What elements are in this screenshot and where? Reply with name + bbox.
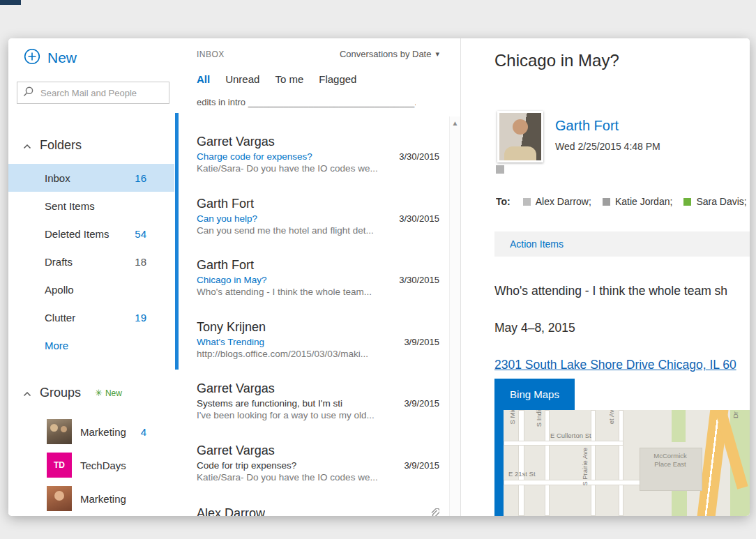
filter-all[interactable]: All [197,73,210,85]
folder-item-clutter[interactable]: Clutter 19 [8,303,174,331]
map-label: E Cullerton St [550,432,591,439]
folders-header-label: Folders [40,138,82,153]
message-subject: Can you help? [197,213,392,224]
map-street [591,410,596,516]
map-label: S Michig [508,410,516,424]
map-street [619,410,623,516]
message-item[interactable]: Tony Krijnen What's Trending 3/9/2015 ht… [174,318,449,380]
message-preview: Can you send me the hotel and flight det… [197,225,439,236]
map-street [518,410,524,516]
message-item[interactable]: Garth Fort Chicago in May? 3/30/2015 Who… [174,256,449,318]
message-date: 3/30/2015 [399,275,439,285]
email-body-line: May 4–8, 2015 [494,321,575,335]
message-preview: Who's attending - I think the whole team… [197,287,439,297]
folders-section-header: Folders [23,138,82,153]
search-box[interactable] [17,82,169,104]
message-subject: Code for trip expenses? [197,460,397,471]
plus-circle-icon [24,48,40,68]
message-item[interactable]: Garret Vargas Charge code for expenses? … [174,132,449,195]
bing-maps-tab[interactable]: Bing Maps [494,379,575,410]
message-date: 3/30/2015 [399,213,439,224]
recipient[interactable]: Sara Davis; [683,196,746,207]
map-tab-row: Bing Maps [494,379,750,410]
filter-to-me[interactable]: To me [275,73,303,85]
sort-dropdown[interactable]: Conversations by Date ▾ [340,49,439,59]
group-item-marketing-2[interactable]: Marketing [8,482,174,515]
map-label: McCormick Place East [645,452,695,469]
map-canvas[interactable]: S Michig S Indi E Cullerton St et Ave S … [494,410,750,516]
group-label: Marketing [80,426,126,438]
item-count: 18 [135,256,146,268]
folder-item-drafts[interactable]: Drafts 18 [8,248,174,275]
folder-item-apollo[interactable]: Apollo [8,275,174,303]
map-label: Dr [732,411,739,418]
message-date: 3/9/2015 [404,337,439,347]
filter-unread[interactable]: Unread [225,73,259,85]
chevron-down-icon: ▾ [435,50,439,59]
filter-tabs: All Unread To me Flagged [197,73,356,85]
folder-item-sent-items[interactable]: Sent Items [8,192,174,220]
message-preview: http://blogs.office.com/2015/03/03/maki.… [197,349,439,359]
search-input[interactable] [39,87,165,99]
map-park-area [672,487,687,516]
search-icon [23,86,34,100]
map-park-area [672,410,686,442]
message-subject: Systems are functioning, but I'm sti [197,398,397,409]
message-list: Garret Vargas Charge code for expenses? … [174,132,449,516]
folder-label: Sent Items [45,200,95,212]
groups-header-label: Groups [40,386,81,400]
folders-more-link[interactable]: More [8,331,174,359]
folder-list: Inbox 16 Sent Items Deleted Items 54 Dra… [8,164,174,359]
sort-label: Conversations by Date [340,49,432,59]
message-date: 3/9/2015 [404,460,439,471]
chevron-up-icon[interactable] [23,386,31,400]
message-sender: Tony Krijnen [197,318,439,335]
folder-label: Deleted Items [45,228,109,240]
message-list-pane: INBOX Conversations by Date ▾ All Unread… [174,38,460,516]
message-preview: I've been looking for a way to use my ol… [197,410,439,420]
folder-item-inbox[interactable]: Inbox 16 [8,164,174,192]
folder-item-deleted-items[interactable]: Deleted Items 54 [8,220,174,248]
list-scrollbar[interactable]: ▲ [449,116,460,516]
recipients-row: To: Alex Darrow; Katie Jordan; Sara Davi… [496,196,750,207]
map-label: et Ave [607,410,615,424]
chevron-up-icon[interactable] [23,138,31,153]
group-item-marketing[interactable]: Marketing 4 [8,415,174,448]
recipient-name: Alex Darrow; [536,196,591,207]
folder-label: Apollo [45,284,74,296]
message-subject: Chicago in May? [197,275,392,285]
message-date: 3/30/2015 [399,151,439,162]
recipient[interactable]: Alex Darrow; [523,196,591,207]
message-item[interactable]: Garret Vargas Code for trip expenses? 3/… [174,441,449,503]
message-sender: Alex Darrow [197,503,265,516]
group-item-techdays[interactable]: TD TechDays [8,448,174,482]
folder-label: Clutter [45,312,75,324]
group-label: TechDays [80,460,126,471]
message-item[interactable]: Garth Fort Can you help? 3/30/2015 Can y… [174,195,449,257]
address-link[interactable]: 2301 South Lake Shore Drive Chicago, IL … [494,358,736,372]
message-item-partial[interactable]: Alex Darrow [174,503,449,516]
message-sender: Garth Fort [197,256,439,273]
message-subject: What's Trending [197,337,397,347]
sender-name-link[interactable]: Garth Fort [555,118,619,134]
scroll-up-arrow[interactable]: ▲ [450,119,460,127]
sender-photo-image [499,113,541,160]
map-street [504,480,647,485]
group-avatar [47,419,72,444]
recipient[interactable]: Katie Jordan; [603,196,673,207]
unread-count: 19 [135,312,146,324]
to-label: To: [496,196,511,207]
action-items-tab[interactable]: Action Items [494,231,579,257]
filter-flagged[interactable]: Flagged [319,73,356,85]
folder-label: Drafts [45,256,73,268]
new-message-button[interactable]: New [24,48,77,68]
more-label: More [45,340,68,351]
presence-indicator [603,198,610,206]
sender-avatar[interactable] [497,111,543,162]
clipped-message-preview[interactable]: edits in intro _________________________… [197,97,416,107]
message-item[interactable]: Garret Vargas Systems are functioning, b… [174,379,449,441]
unread-count: 54 [135,228,146,240]
inbox-label: INBOX [197,50,225,59]
bing-maps-widget: Bing Maps S Michig S Indi E Cullerton St [494,379,750,516]
folder-pane: New Folders Inbox 16 Sent Items [8,38,175,516]
